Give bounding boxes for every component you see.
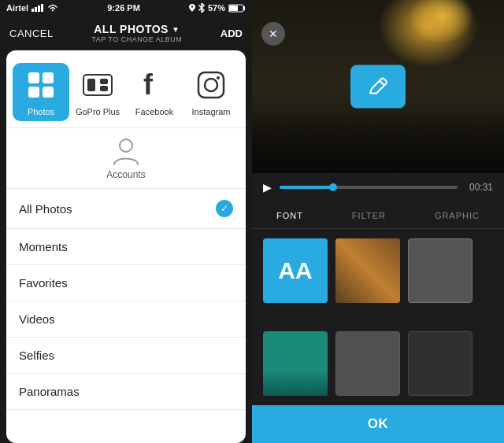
top-bar-center: ALL PHOTOS ▼ TAP TO CHANGE ALBUM bbox=[91, 23, 182, 43]
thumbnails-row-2 bbox=[252, 331, 504, 405]
svg-rect-7 bbox=[229, 6, 238, 11]
edit-tabs: FONT FILTER GRAPHIC bbox=[252, 201, 504, 229]
album-item-moments[interactable]: Moments bbox=[6, 229, 246, 265]
svg-text:f: f bbox=[143, 71, 154, 99]
cancel-button[interactable]: CANCEL bbox=[9, 28, 54, 39]
svg-rect-15 bbox=[100, 86, 108, 91]
status-bar: Airtel 9:26 PM bbox=[0, 0, 252, 16]
carrier-label: Airtel bbox=[6, 3, 28, 13]
svg-rect-9 bbox=[43, 72, 54, 83]
album-name: Videos bbox=[19, 312, 55, 326]
thumbnail-gray[interactable] bbox=[408, 238, 472, 303]
pencil-icon bbox=[367, 76, 389, 98]
battery-icon bbox=[228, 4, 246, 13]
source-photos[interactable]: Photos bbox=[13, 63, 69, 121]
album-item-panoramas[interactable]: Panoramas bbox=[6, 374, 246, 410]
time-label: 00:31 bbox=[465, 182, 493, 193]
play-button[interactable]: ▶ bbox=[263, 181, 272, 194]
facebook-icon-box: f bbox=[137, 68, 172, 102]
source-gopro[interactable]: GoPro Plus bbox=[69, 63, 126, 121]
gopro-icon-box bbox=[80, 68, 115, 102]
album-title: ALL PHOTOS ▼ bbox=[94, 23, 180, 35]
svg-point-18 bbox=[205, 79, 217, 91]
video-controls: ▶ 00:31 bbox=[252, 173, 504, 201]
progress-fill bbox=[280, 186, 333, 189]
album-name: Moments bbox=[19, 240, 68, 253]
source-facebook[interactable]: f Facebook bbox=[126, 63, 183, 121]
top-bar: CANCEL ALL PHOTOS ▼ TAP TO CHANGE ALBUM … bbox=[0, 16, 252, 50]
photos-icon-box bbox=[24, 68, 58, 102]
chevron-down-icon: ▼ bbox=[172, 25, 180, 34]
dropdown-arrow bbox=[118, 50, 134, 60]
svg-point-5 bbox=[191, 6, 193, 7]
font-thumbnail-label: AA bbox=[278, 257, 312, 284]
thumbnail-font[interactable]: AA bbox=[263, 238, 328, 303]
svg-rect-14 bbox=[100, 79, 108, 84]
instagram-icon bbox=[197, 71, 225, 99]
accounts-section[interactable]: Accounts bbox=[6, 128, 246, 189]
photos-icon bbox=[27, 71, 55, 99]
svg-rect-3 bbox=[41, 4, 43, 12]
svg-rect-13 bbox=[87, 79, 95, 91]
facebook-icon: f bbox=[143, 71, 165, 99]
album-subtitle: TAP TO CHANGE ALBUM bbox=[91, 35, 182, 43]
account-icon bbox=[112, 138, 140, 166]
instagram-label: Instagram bbox=[192, 107, 231, 116]
tab-font[interactable]: FONT bbox=[270, 209, 309, 222]
progress-bar[interactable] bbox=[280, 186, 458, 189]
location-icon bbox=[189, 4, 195, 12]
svg-rect-11 bbox=[43, 87, 54, 98]
album-item-selfies[interactable]: Selfies bbox=[6, 338, 246, 374]
dropdown-card: Photos GoPro Plus f bbox=[6, 50, 246, 443]
svg-rect-10 bbox=[28, 87, 39, 98]
progress-dot bbox=[329, 183, 337, 191]
edit-icon-box[interactable] bbox=[350, 65, 406, 109]
svg-point-20 bbox=[120, 139, 132, 152]
ok-button[interactable]: OK bbox=[252, 405, 504, 443]
album-item-videos[interactable]: Videos bbox=[6, 301, 246, 338]
video-area: ✕ bbox=[252, 0, 504, 173]
svg-rect-17 bbox=[198, 72, 224, 98]
thumbnail-car[interactable] bbox=[335, 238, 400, 303]
tab-filter[interactable]: FILTER bbox=[346, 209, 392, 222]
signal-icon bbox=[32, 4, 44, 12]
battery-label: 57% bbox=[208, 3, 225, 13]
wifi-icon bbox=[47, 4, 58, 12]
svg-rect-1 bbox=[35, 7, 37, 12]
album-list: All Photos ✓ Moments Favorites Videos Se… bbox=[6, 189, 246, 443]
thumbnail-gray-2[interactable] bbox=[335, 331, 400, 396]
svg-rect-2 bbox=[38, 6, 40, 12]
svg-rect-8 bbox=[28, 72, 39, 83]
album-name: Selfies bbox=[19, 349, 54, 362]
source-icons-row: Photos GoPro Plus f bbox=[6, 50, 246, 128]
left-panel: Airtel 9:26 PM bbox=[0, 0, 252, 443]
svg-point-4 bbox=[52, 10, 54, 12]
status-left: Airtel bbox=[6, 3, 58, 13]
source-instagram[interactable]: Instagram bbox=[183, 63, 239, 121]
gopro-icon bbox=[83, 74, 113, 96]
album-name: Panoramas bbox=[19, 385, 80, 398]
svg-point-19 bbox=[217, 76, 220, 79]
svg-rect-0 bbox=[32, 9, 34, 12]
time-label: 9:26 PM bbox=[107, 3, 140, 13]
close-button[interactable]: ✕ bbox=[261, 22, 285, 46]
add-button[interactable]: ADD bbox=[220, 28, 243, 39]
person-icon bbox=[113, 138, 139, 166]
status-right: 57% bbox=[189, 3, 246, 13]
instagram-icon-box bbox=[194, 68, 228, 102]
photos-label: Photos bbox=[28, 107, 54, 116]
album-name: All Photos bbox=[19, 202, 72, 216]
right-panel: ✕ ▶ 00:31 FONT FILTER GRAPHIC AA bbox=[252, 0, 504, 443]
album-name: Favorites bbox=[19, 276, 68, 290]
album-item-all-photos[interactable]: All Photos ✓ bbox=[6, 189, 246, 229]
facebook-label: Facebook bbox=[135, 107, 173, 116]
thumbnail-gray-3[interactable] bbox=[408, 331, 472, 396]
thumbnails-row-1: AA bbox=[252, 229, 504, 331]
thumbnail-teal[interactable] bbox=[263, 331, 328, 396]
album-item-favorites[interactable]: Favorites bbox=[6, 265, 246, 301]
accounts-label: Accounts bbox=[106, 169, 145, 180]
tab-graphic[interactable]: GRAPHIC bbox=[428, 209, 486, 222]
gopro-label: GoPro Plus bbox=[76, 107, 120, 116]
bluetooth-icon bbox=[198, 3, 205, 13]
check-icon: ✓ bbox=[216, 200, 233, 217]
